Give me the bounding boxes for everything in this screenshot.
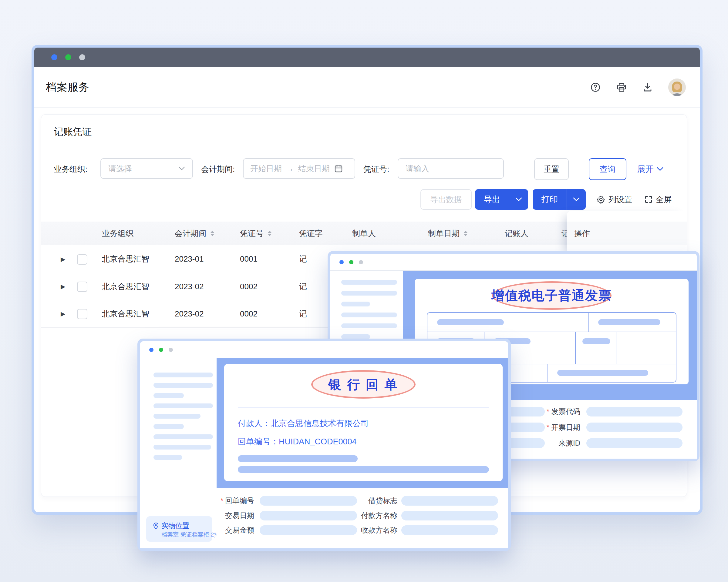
field-input[interactable] [401, 525, 498, 535]
export-data-button[interactable]: 导出数据 [420, 189, 472, 210]
page-title: 档案服务 [46, 80, 89, 94]
form-row: 交易日期付款方名称 [216, 510, 508, 521]
row-checkbox[interactable] [77, 309, 87, 319]
window-minimize-dot[interactable] [349, 260, 354, 264]
export-split-button[interactable]: 导出 [475, 189, 528, 210]
required-asterisk: * [220, 497, 223, 505]
voucher-filter-label: 凭证号: [363, 158, 389, 180]
field-input[interactable] [586, 422, 682, 432]
period-filter-label: 会计期间: [201, 158, 235, 180]
voucher-no-placeholder: 请输入 [406, 163, 429, 174]
window-close-dot[interactable] [149, 348, 154, 352]
chevron-down-icon [178, 166, 185, 171]
field-label: *回单编号 [220, 496, 254, 506]
column-header: 制单人 [352, 222, 376, 245]
period-start-placeholder: 开始日期 [250, 163, 282, 174]
payer-value: 北京合思信息技术有限公司 [270, 419, 369, 428]
org-filter-label: 业务组织: [54, 158, 87, 180]
cell-period: 2023-01 [175, 245, 204, 273]
sidebar-skeleton-bar [341, 324, 397, 328]
window-close-dot[interactable] [339, 260, 344, 264]
main-window-titlebar [34, 48, 700, 67]
receipt-window-titlebar [140, 341, 508, 358]
field-input[interactable] [586, 407, 682, 416]
required-asterisk: * [547, 408, 549, 416]
print-dropdown-button[interactable] [567, 189, 586, 210]
window-minimize-dot[interactable] [65, 54, 71, 60]
payer-line: 付款人：北京合思信息技术有限公司 [238, 418, 369, 429]
window-maximize-dot[interactable] [168, 348, 173, 352]
export-dropdown-button[interactable] [509, 189, 528, 210]
field-label: 借贷标志 [368, 496, 397, 506]
period-end-placeholder: 结束日期 [298, 163, 330, 174]
field-input[interactable] [401, 496, 498, 506]
row-checkbox[interactable] [77, 282, 87, 292]
sidebar-skeleton-bar [341, 302, 370, 306]
sidebar-skeleton-bar [154, 424, 184, 429]
row-checkbox[interactable] [77, 254, 87, 265]
period-range-picker[interactable]: 开始日期 → 结束日期 [243, 158, 355, 179]
help-icon[interactable] [590, 82, 601, 93]
range-arrow-icon: → [286, 164, 294, 173]
print-button[interactable]: 打印 [532, 189, 567, 210]
field-label: 收款方名称 [361, 525, 397, 535]
voucher-no-input[interactable]: 请输入 [398, 158, 504, 179]
sidebar-skeleton-bar [341, 280, 397, 285]
org-select[interactable]: 请选择 [100, 158, 193, 179]
sort-caret-icon[interactable] [267, 230, 272, 237]
skeleton-bar [238, 455, 358, 462]
field-input[interactable] [260, 496, 357, 506]
expand-row-icon[interactable]: ▶ [61, 300, 65, 327]
column-settings-button[interactable]: 列设置 [596, 189, 632, 210]
field-input[interactable] [401, 511, 498, 521]
fullscreen-icon [644, 195, 653, 204]
cell-org: 北京合思汇智 [102, 273, 149, 300]
expand-row-icon[interactable]: ▶ [61, 273, 65, 300]
operation-fixed-column: 操作 [567, 211, 687, 255]
sort-caret-icon[interactable] [210, 230, 215, 237]
cell-voucher_no: 0001 [240, 245, 258, 273]
sidebar-skeleton-bar [154, 404, 213, 408]
sidebar-skeleton-bar [154, 445, 211, 449]
window-close-dot[interactable] [51, 54, 57, 60]
user-avatar[interactable] [668, 79, 686, 96]
payer-label: 付款人： [238, 419, 270, 428]
section-title: 记账凭证 [54, 126, 92, 138]
expand-filters-link[interactable]: 展开 [637, 158, 664, 180]
search-button[interactable]: 查询 [589, 158, 626, 180]
sidebar-skeleton-bar [154, 434, 213, 439]
column-header[interactable]: 会计期间 [175, 222, 215, 245]
bank-receipt-window: 实物位置 档案室 凭证档案柜 2排1层 银 行 回 单 付款人：北京合思信息技术… [137, 339, 511, 551]
expand-row-icon[interactable]: ▶ [61, 245, 65, 273]
field-input[interactable] [260, 511, 357, 521]
physical-location-box: 实物位置 档案室 凭证档案柜 2排1层 [146, 516, 212, 542]
export-button[interactable]: 导出 [475, 189, 509, 210]
fullscreen-button[interactable]: 全屏 [644, 189, 672, 210]
field-input[interactable] [586, 438, 682, 448]
field-label: 付款方名称 [361, 510, 397, 521]
print-split-button[interactable]: 打印 [532, 189, 586, 210]
column-header: 业务组织 [102, 222, 133, 245]
window-minimize-dot[interactable] [159, 348, 163, 352]
required-asterisk: * [547, 423, 549, 431]
sidebar-skeleton-bar [154, 455, 182, 460]
download-icon[interactable] [642, 82, 653, 93]
reset-button[interactable]: 重置 [534, 158, 569, 180]
field-input[interactable] [260, 525, 357, 535]
receipt-no-line: 回单编号：HUIDAN_CODE0004 [238, 436, 357, 447]
receipt-document: 银 行 回 单 付款人：北京合思信息技术有限公司 回单编号：HUIDAN_COD… [224, 364, 503, 481]
chevron-down-icon [657, 167, 664, 171]
receipt-sidebar: 实物位置 档案室 凭证档案柜 2排1层 [140, 358, 217, 548]
column-header: 记账人 [505, 222, 528, 245]
cell-voucher_no: 0002 [240, 300, 258, 327]
window-maximize-dot[interactable] [359, 260, 363, 264]
window-maximize-dot[interactable] [79, 54, 85, 60]
column-header[interactable]: 制单日期 [428, 222, 468, 245]
sort-caret-icon[interactable] [463, 230, 468, 237]
receipt-title: 银 行 回 单 [224, 376, 503, 393]
column-header[interactable]: 凭证号 [240, 222, 272, 245]
cell-org: 北京合思汇智 [102, 245, 149, 273]
expand-filters-label: 展开 [637, 164, 654, 175]
print-icon[interactable] [616, 82, 627, 93]
field-label: *发票代码 [547, 407, 580, 417]
